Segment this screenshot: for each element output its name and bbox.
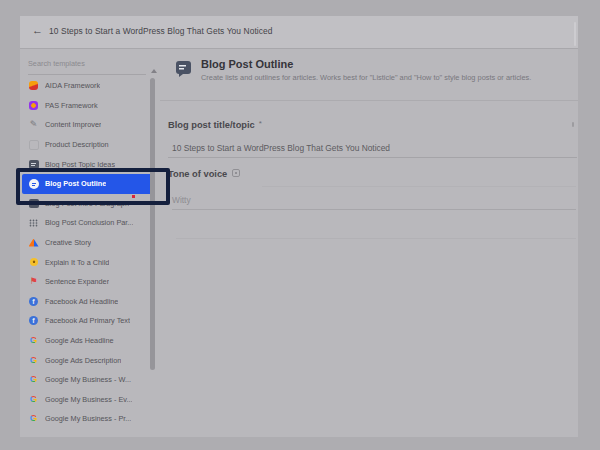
blog-post-title-label: Blog post title/topic* [168,119,262,130]
window-scrollbar[interactable] [574,22,576,46]
sidebar-item-pas-framework[interactable]: PAS Framework [20,96,158,116]
sidebar-item-google-my-business-ev[interactable]: GGoogle My Business - Ev... [20,390,158,410]
template-description: Create lists and outlines for articles. … [201,73,531,82]
template-title: Blog Post Outline [201,58,531,70]
top-bar: ← 10 Steps to Start a WordPress Blog Tha… [20,16,578,49]
sidebar-item-google-my-business-w[interactable]: GGoogle My Business - W... [20,370,158,390]
grid-icon [28,217,39,228]
aida-icon [28,80,39,91]
sidebar-item-google-ads-headline[interactable]: GGoogle Ads Headline [20,331,158,351]
google-icon: G [28,394,39,405]
scroll-up-icon[interactable] [151,69,157,73]
sidebar-item-content-improver[interactable]: ✎Content Improver [20,115,158,135]
google-icon: G [28,374,39,385]
sidebar-item-label: Google My Business - Pr... [45,414,131,423]
tone-field-line [262,186,576,187]
header-divider [160,100,578,101]
sidebar-item-label: AIDA Framework [45,81,100,90]
sidebar-item-label: PAS Framework [45,101,98,110]
section-divider [176,238,576,239]
sidebar-item-facebook-ad-headline[interactable]: fFacebook Ad Headline [20,292,158,312]
cursor-mark [132,195,135,198]
sidebar-item-label: Google Ads Headline [45,336,114,345]
sidebar-item-facebook-ad-primary-text[interactable]: fFacebook Ad Primary Text [20,311,158,331]
sidebar-item-label: Sentence Expander [45,277,109,286]
title-input-underline [168,157,577,158]
sidebar-item-label: Blog Post Conclusion Par... [45,218,133,227]
sidebar-item-label: Google Ads Description [45,356,121,365]
sidebar-item-sentence-expander[interactable]: ⚑Sentence Expander [20,272,158,292]
tone-input-underline [172,209,576,210]
template-list: AIDA FrameworkPAS Framework✎Content Impr… [20,76,158,429]
sidebar-item-label: Facebook Ad Headline [45,297,118,306]
sidebar-item-creative-story[interactable]: Creative Story [20,233,158,253]
google-icon: G [28,355,39,366]
tri-icon [28,237,39,248]
facebook-icon: f [28,315,39,326]
char-counter-mark [572,122,574,127]
sidebar-item-product-description[interactable]: Product Description [20,135,158,155]
sidebar-item-label: Facebook Ad Primary Text [45,316,130,325]
sidebar-item-aida-framework[interactable]: AIDA Framework [20,76,158,96]
sidebar-item-google-my-business-pr[interactable]: GGoogle My Business - Pr... [20,409,158,429]
annotation-highlight-box [16,168,170,205]
sidebar-item-label: Google My Business - Ev... [45,395,132,404]
sidebar-item-label: Content Improver [45,120,101,129]
tone-of-voice-label: Tone of voice [168,169,240,179]
back-arrow-icon[interactable]: ← [32,24,43,36]
product-icon [28,139,39,150]
document-title: 10 Steps to Start a WordPress Blog That … [49,26,273,36]
required-asterisk: * [259,119,262,128]
child-icon [28,257,39,268]
sidebar-item-explain-it-to-a-child[interactable]: Explain It To a Child [20,252,158,272]
app-window: ← 10 Steps to Start a WordPress Blog Tha… [20,16,578,437]
google-icon: G [28,413,39,424]
flag-icon: ⚑ [28,276,39,287]
facebook-icon: f [28,296,39,307]
tone-of-voice-input[interactable]: Witty [172,195,191,205]
pas-icon [28,100,39,111]
chat-bubble-icon [176,61,191,74]
sidebar-item-blog-post-conclusion-par[interactable]: Blog Post Conclusion Par... [20,213,158,233]
screenshot-stage: ← 10 Steps to Start a WordPress Blog Tha… [0,0,600,450]
search-placeholder: Search templates [28,56,146,68]
sidebar-item-google-ads-description[interactable]: GGoogle Ads Description [20,350,158,370]
sidebar-item-label: Google My Business - W... [45,375,131,384]
sidebar-item-label: Product Description [45,140,109,149]
blog-post-title-input[interactable]: 10 Steps to Start a WordPress Blog That … [172,143,390,153]
sidebar-item-label: Creative Story [45,238,91,247]
google-icon: G [28,335,39,346]
search-input[interactable]: Search templates [28,56,146,75]
info-icon[interactable] [232,169,240,177]
pencil-icon: ✎ [28,119,39,130]
sidebar-item-label: Explain It To a Child [45,258,109,267]
template-header: Blog Post Outline Create lists and outli… [176,58,531,82]
sidebar-scrollbar[interactable] [150,78,155,370]
